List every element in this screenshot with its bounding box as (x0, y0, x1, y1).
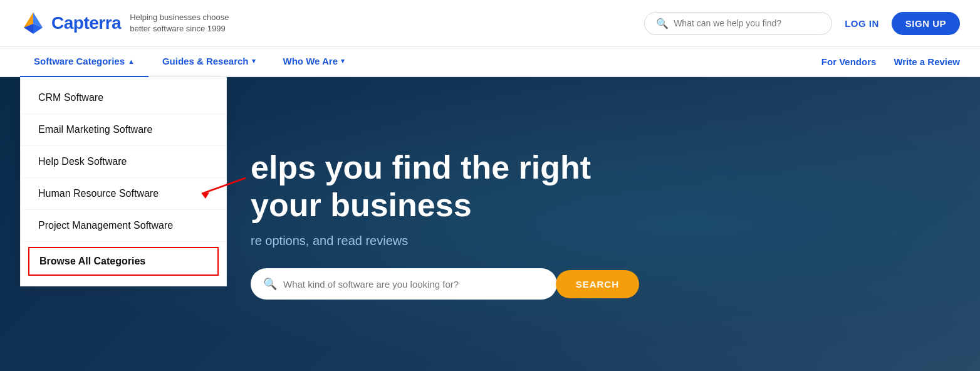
chevron-down-icon: ▾ (252, 57, 256, 65)
tagline: Helping businesses choose better softwar… (130, 12, 242, 34)
nav-item-who-we-are[interactable]: Who We Are ▾ (269, 47, 359, 77)
nav-item-guides-research[interactable]: Guides & Research ▾ (149, 47, 269, 77)
hero-search: 🔍 SEARCH (251, 268, 639, 300)
dropdown-item-browse-all[interactable]: Browse All Categories (28, 247, 219, 276)
dropdown-item-email-marketing[interactable]: Email Marketing Software (21, 114, 226, 146)
nav-link-write-review[interactable]: Write a Review (894, 56, 960, 67)
header-left: Capterra Helping businesses choose bette… (20, 10, 242, 36)
dropdown-menu: CRM Software Email Marketing Software He… (20, 77, 227, 286)
logo-area[interactable]: Capterra (20, 10, 121, 36)
dropdown-item-help-desk[interactable]: Help Desk Software (21, 146, 226, 178)
capterra-logo-icon (20, 10, 46, 36)
dropdown-item-project-management[interactable]: Project Management Software (21, 210, 226, 242)
header: Capterra Helping businesses choose bette… (0, 0, 980, 47)
navbar-right: For Vendors Write a Review (821, 56, 960, 67)
hero-search-inner[interactable]: 🔍 (251, 268, 557, 300)
nav-link-for-vendors[interactable]: For Vendors (821, 56, 877, 67)
nav-label-guides-research: Guides & Research (162, 56, 249, 66)
nav-item-software-categories[interactable]: Software Categories ▲ (20, 47, 149, 77)
dropdown-item-crm[interactable]: CRM Software (21, 82, 226, 114)
header-search-bar[interactable]: 🔍 (644, 12, 832, 35)
dropdown-container: CRM Software Email Marketing Software He… (20, 77, 227, 286)
nav-label-software-categories: Software Categories (34, 56, 125, 66)
navbar-left: Software Categories ▲ Guides & Research … (20, 47, 358, 77)
hero-title: elps you find the right your business (251, 149, 942, 224)
nav-label-who-we-are: Who We Are (283, 56, 338, 66)
hero-subtitle: re options, and read reviews (251, 234, 942, 248)
hero-search-icon: 🔍 (263, 277, 277, 291)
dropdown-item-human-resource[interactable]: Human Resource Software (21, 178, 226, 210)
chevron-down-icon-2: ▾ (341, 57, 345, 65)
chevron-up-icon: ▲ (128, 58, 135, 65)
hero-search-button[interactable]: SEARCH (556, 270, 639, 298)
header-search-input[interactable] (674, 18, 820, 28)
logo-text: Capterra (51, 13, 121, 33)
signup-button[interactable]: SIGN UP (892, 12, 960, 35)
page-wrapper: Capterra Helping businesses choose bette… (0, 0, 980, 371)
header-right: 🔍 LOG IN SIGN UP (644, 12, 960, 35)
navbar: Software Categories ▲ Guides & Research … (0, 47, 980, 77)
login-button[interactable]: LOG IN (845, 18, 879, 29)
hero-search-input[interactable] (283, 279, 545, 290)
search-icon: 🔍 (656, 18, 669, 29)
